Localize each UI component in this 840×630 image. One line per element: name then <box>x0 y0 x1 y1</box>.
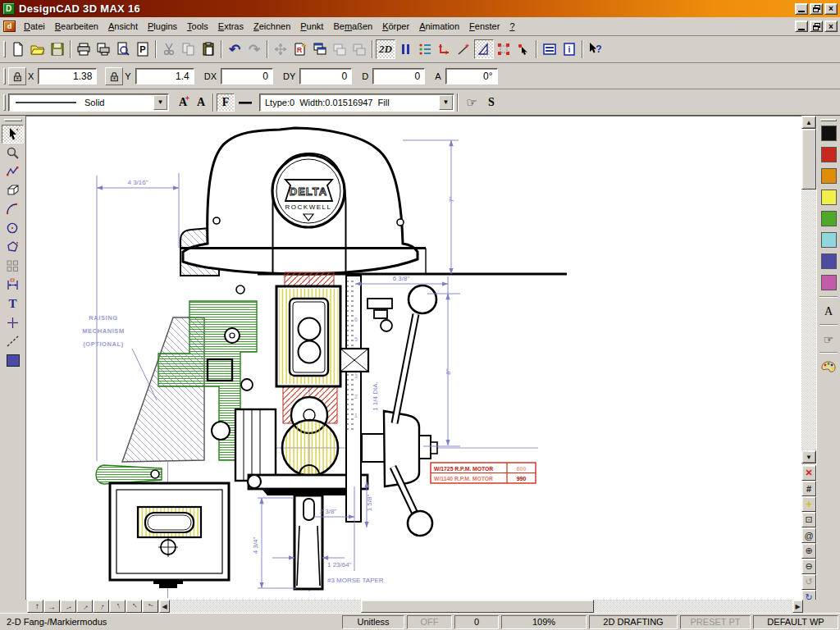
set-point-button[interactable] <box>271 39 290 59</box>
status-units[interactable]: Unitless <box>342 615 404 629</box>
mode-2d-button[interactable]: 2D <box>376 39 395 59</box>
cut-button[interactable] <box>159 39 179 59</box>
status-count[interactable]: 0 <box>454 615 499 629</box>
point-list-button[interactable] <box>415 39 435 59</box>
point-tool[interactable] <box>2 313 24 332</box>
swatch-magenta[interactable] <box>821 275 837 290</box>
hatch-tool[interactable] <box>2 257 24 276</box>
hand-select-button[interactable]: ☞ <box>461 94 482 112</box>
restore-button[interactable] <box>810 3 823 15</box>
axis-button[interactable] <box>435 39 454 59</box>
cascade-windows-button[interactable] <box>310 39 330 59</box>
dropdown-arrow-icon[interactable]: ▼ <box>153 95 167 110</box>
drawing-area[interactable]: DELTA ROCKWELL <box>25 116 801 600</box>
menu-animation[interactable]: Animation <box>414 19 464 34</box>
swatch-orange[interactable] <box>821 168 837 184</box>
zoom-in-button[interactable]: ⊕ <box>801 543 816 559</box>
view-center-button[interactable]: @ <box>801 527 816 543</box>
status-zoom[interactable]: 109% <box>501 615 587 629</box>
status-draft-mode[interactable]: 2D DRAFTING <box>589 615 678 629</box>
new-drawing-template-button[interactable]: R <box>290 39 310 59</box>
page-setup-button[interactable]: P <box>133 39 153 59</box>
text-plus-button[interactable]: A+ <box>174 94 192 112</box>
swatch-blue[interactable] <box>821 253 837 269</box>
options-panel-button[interactable] <box>540 39 559 59</box>
lock-x-button[interactable] <box>8 67 26 85</box>
fill-button[interactable]: F <box>217 94 235 112</box>
coordbar-grip[interactable] <box>3 68 6 84</box>
menu-tools[interactable]: Tools <box>182 19 213 34</box>
pan-up-right-low-button[interactable]: → <box>60 600 76 613</box>
print-preview-button[interactable] <box>113 39 133 59</box>
pan-up-button[interactable]: → <box>27 600 43 613</box>
menu-fenster[interactable]: Fenster <box>464 19 504 34</box>
scroll-up-button[interactable]: ▲ <box>801 116 816 129</box>
polygon-tool[interactable] <box>2 238 24 257</box>
status-workplane[interactable]: DEFAULT WP <box>753 615 838 629</box>
vertical-scrollbar[interactable]: ▲ ▼ ✕ # + ⊡ @ ⊕ ⊖ ↺ ↻ <box>801 116 816 600</box>
line-point-button[interactable] <box>454 39 474 59</box>
circle-tool[interactable] <box>2 219 24 238</box>
menu-zeichnen[interactable]: Zeichnen <box>249 19 295 34</box>
open-button[interactable] <box>28 39 48 59</box>
lock-y-button[interactable] <box>105 67 123 85</box>
menu-bearbeiten[interactable]: Bearbeiten <box>50 19 103 34</box>
zoom-out-button[interactable]: ⊖ <box>801 559 816 574</box>
swatch-red[interactable] <box>821 147 837 162</box>
text-attributes-button[interactable]: A <box>819 303 838 321</box>
new-button[interactable] <box>8 39 28 59</box>
info-button[interactable]: i <box>559 39 579 59</box>
redo-button[interactable]: ↷ <box>244 39 264 59</box>
mdi-minimize-button[interactable] <box>795 21 808 32</box>
copy-button[interactable] <box>179 39 199 59</box>
scroll-left-button[interactable]: ◀ <box>159 600 170 613</box>
select-handles-button[interactable] <box>494 39 514 59</box>
undo-button[interactable]: ↶ <box>225 39 244 59</box>
ltype-combo[interactable]: Ltype:0 Width:0.01516947 Fill ▼ <box>259 94 454 112</box>
status-preset-pt[interactable]: PRESET PT <box>680 615 751 629</box>
document-icon[interactable]: d <box>3 21 16 32</box>
x-input[interactable]: 1.38 <box>38 68 97 84</box>
pan-up-left-steep-button[interactable]: → <box>109 600 126 613</box>
menu-bemassen[interactable]: Bemaßen <box>328 19 377 34</box>
dx-input[interactable]: 0 <box>221 68 273 84</box>
pan-up-right-steep-button[interactable]: → <box>93 600 109 613</box>
palette-button[interactable] <box>819 358 838 377</box>
grid-toggle-button[interactable]: # <box>801 481 816 496</box>
point-select-button[interactable] <box>514 39 533 59</box>
origin-button[interactable]: + <box>801 496 816 512</box>
dy-input[interactable]: 0 <box>299 68 352 84</box>
line-tool[interactable] <box>2 332 24 351</box>
tile-windows2-button[interactable] <box>349 39 369 59</box>
hscroll-thumb[interactable] <box>361 600 594 613</box>
tile-windows-button[interactable] <box>330 39 349 59</box>
hand-tool-button[interactable]: ☞ <box>819 331 838 349</box>
pan-up-left-low-button[interactable]: → <box>142 600 158 613</box>
stylebar-grip[interactable] <box>3 94 6 111</box>
text-button[interactable]: A <box>192 94 210 112</box>
y-input[interactable]: 1.4 <box>135 68 194 84</box>
menu-ansicht[interactable]: Ansicht <box>103 19 143 34</box>
swatch-yellow[interactable] <box>821 189 837 205</box>
dropdown-arrow-icon[interactable]: ▼ <box>439 95 453 110</box>
menu-koerper[interactable]: Körper <box>377 19 414 34</box>
paste-button[interactable] <box>199 39 218 59</box>
solid-box-tool[interactable] <box>2 181 24 200</box>
polyline-tool[interactable] <box>2 162 24 181</box>
menu-datei[interactable]: Datei <box>19 19 50 34</box>
mdi-restore-button[interactable] <box>810 21 823 32</box>
color-toolbar-grip[interactable] <box>820 119 837 121</box>
vscroll-thumb[interactable] <box>801 129 816 189</box>
minimize-button[interactable] <box>795 3 808 15</box>
save-button[interactable] <box>48 39 67 59</box>
scroll-down-button[interactable]: ▼ <box>801 450 816 463</box>
dimension-tool[interactable] <box>2 276 24 294</box>
arc-tool[interactable] <box>2 200 24 219</box>
swatch-cyan[interactable] <box>821 232 837 248</box>
snap-s-button[interactable]: S <box>482 94 500 112</box>
close-button[interactable]: × <box>824 3 838 15</box>
line-width-button[interactable] <box>235 94 256 112</box>
pan-right-button[interactable]: → <box>43 600 60 613</box>
horizontal-scrollbar[interactable] <box>170 600 792 613</box>
zoom-tool[interactable] <box>2 144 24 162</box>
